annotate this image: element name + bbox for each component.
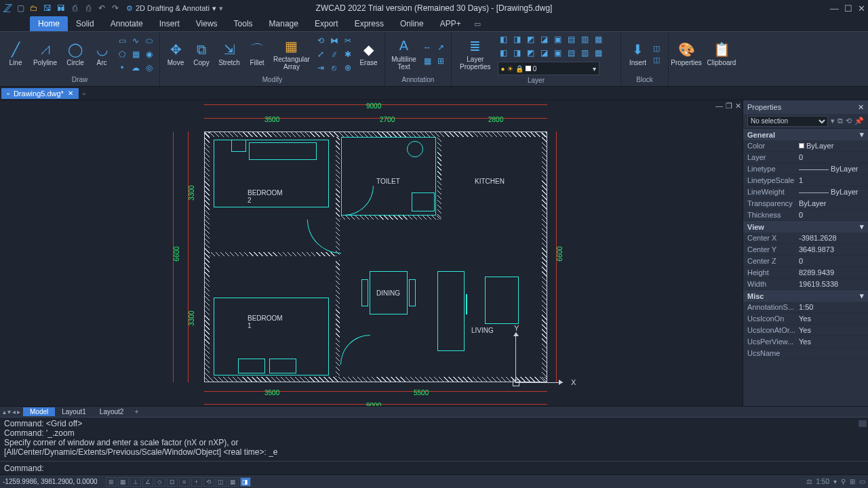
join-icon[interactable]: ⊕ — [342, 62, 354, 74]
layer-tool-icon[interactable]: ◧ — [498, 47, 510, 59]
layout-tab-2[interactable]: Layout2 — [93, 407, 131, 416]
prop-row[interactable]: UcsIconAtOr...Yes — [743, 325, 868, 336]
prop-row[interactable]: LinetypeScale1 — [743, 175, 868, 186]
ribbon-tab-annotate[interactable]: Annotate — [102, 16, 151, 31]
section-view[interactable]: View▾ — [743, 221, 868, 232]
prop-row[interactable]: Thickness0 — [743, 209, 868, 221]
properties-button[interactable]: 🎨Properties — [673, 40, 700, 68]
qp-toggle[interactable]: ▦ — [228, 477, 239, 487]
maximize-button[interactable]: ☐ — [844, 3, 852, 14]
move-button[interactable]: ✥Move — [164, 40, 187, 68]
prop-row[interactable]: TransparencyByLayer — [743, 198, 868, 209]
mtext-button[interactable]: AMultiline Text — [389, 37, 418, 72]
block-tool-icon[interactable]: ◫ — [653, 44, 660, 53]
layout-tab-1[interactable]: Layout1 — [55, 407, 93, 416]
workspace-selector[interactable]: ⚙ 2D Drafting & Annotati ▾ ▾ — [126, 4, 223, 13]
cycle-toggle[interactable]: ⟲ — [203, 477, 214, 487]
hatch-icon[interactable]: ▦ — [130, 48, 142, 60]
region-icon[interactable]: ◉ — [143, 48, 155, 60]
lwt-toggle[interactable]: ≡ — [179, 477, 190, 487]
scale-label[interactable]: 1:50 — [816, 478, 829, 485]
ribbon-tab-solid[interactable]: Solid — [68, 16, 102, 31]
prop-row[interactable]: Height8289.9439 — [743, 267, 868, 279]
undo-icon[interactable]: ↶ — [96, 3, 107, 14]
smartplot-icon[interactable]: ⎙ — [83, 3, 94, 14]
layer-tool-icon[interactable]: ▦ — [593, 33, 605, 45]
scrollbar[interactable] — [859, 420, 867, 427]
trim-icon[interactable]: ✂ — [342, 35, 354, 47]
copy-button[interactable]: ⧉Copy — [190, 40, 213, 68]
nav-prev-icon[interactable]: ◂ — [12, 408, 16, 415]
ribbon-tab-export[interactable]: Export — [307, 16, 347, 31]
model-toggle[interactable]: ◫ — [216, 477, 226, 487]
layer-tool-icon[interactable]: ▥ — [579, 33, 591, 45]
layer-tool-icon[interactable]: ▤ — [566, 33, 578, 45]
extend-icon[interactable]: ⇥ — [315, 62, 327, 74]
section-general[interactable]: General▾ — [743, 129, 868, 140]
clipboard-button[interactable]: 📋Clipboard — [708, 40, 735, 68]
prop-row[interactable]: UcsName — [743, 348, 868, 359]
offset-icon[interactable]: ⫽ — [328, 48, 340, 60]
layer-tool-icon[interactable]: ◧ — [498, 33, 510, 45]
layer-tool-icon[interactable]: ▣ — [552, 33, 564, 45]
prop-row[interactable]: Linetype———— ByLayer — [743, 163, 868, 175]
osnap-toggle[interactable]: ◇ — [155, 477, 165, 487]
ribbon-tab-online[interactable]: Online — [392, 16, 432, 31]
command-history[interactable]: Command: <Grid off> Command: '_.zoom Spe… — [0, 418, 868, 461]
erase-button[interactable]: ◆Erase — [357, 40, 380, 68]
mdi-minimize[interactable]: — — [715, 102, 723, 110]
workspace-icon[interactable]: ⊞ — [850, 478, 855, 485]
block-tool-icon[interactable]: ◫ — [653, 56, 660, 64]
donut-icon[interactable]: ◎ — [143, 62, 155, 74]
prop-row[interactable]: UcsIconOnYes — [743, 313, 868, 325]
mirror-icon[interactable]: ⧓ — [328, 35, 340, 47]
snap-toggle[interactable]: ⊞ — [106, 477, 117, 487]
grid-toggle[interactable]: ▦ — [118, 477, 129, 487]
prop-row[interactable]: Center X-3981.2628 — [743, 232, 868, 244]
field-icon[interactable]: ⊞ — [435, 55, 447, 67]
break-icon[interactable]: ⎋ — [328, 62, 340, 74]
pick-icon[interactable]: ▾ — [831, 117, 835, 125]
fillet-button[interactable]: ⌒Fillet — [245, 40, 269, 68]
ribbon-tab-tools[interactable]: Tools — [226, 16, 261, 31]
layer-tool-icon[interactable]: ▦ — [593, 47, 605, 59]
prop-row[interactable]: ColorByLayer — [743, 140, 868, 152]
ribbon-tab-manage[interactable]: Manage — [261, 16, 307, 31]
array-button[interactable]: ▦Rectangular Array — [271, 37, 312, 72]
command-input[interactable] — [44, 464, 864, 473]
ribbon-tab-home[interactable]: Home — [30, 16, 68, 31]
revcloud-icon[interactable]: ☁ — [130, 62, 142, 74]
nav-next-icon[interactable]: ▸ — [17, 408, 20, 415]
ribbon-tab-views[interactable]: Views — [188, 16, 226, 31]
coordinates[interactable]: -1259.9986, 3981.2900, 0.0000 — [3, 478, 98, 485]
ellipse-icon[interactable]: ⬭ — [143, 35, 155, 47]
mdi-close[interactable]: ✕ — [735, 102, 741, 110]
spline-icon[interactable]: ∿ — [130, 35, 142, 47]
layer-properties-button[interactable]: ≣Layer Properties — [456, 37, 495, 72]
point-icon[interactable]: • — [116, 62, 128, 74]
ribbon-tab-insert[interactable]: Insert — [151, 16, 188, 31]
minimize-button[interactable]: — — [830, 3, 839, 14]
nav-last-icon[interactable]: ▾ — [7, 408, 11, 415]
selection-combo[interactable]: No selection — [747, 116, 828, 127]
layer-tool-icon[interactable]: ◪ — [538, 33, 551, 45]
new-doc-icon[interactable]: ▫ — [83, 89, 85, 98]
layer-combo[interactable]: ● ☀ 🔒 0 ▾ — [498, 62, 599, 75]
prop-row[interactable]: Center Y3648.9873 — [743, 244, 868, 256]
close-panel-button[interactable]: ✕ — [858, 103, 864, 112]
insert-button[interactable]: ⬇Insert — [625, 40, 650, 68]
polygon-icon[interactable]: ⬠ — [116, 48, 128, 60]
new-icon[interactable]: ▢ — [15, 3, 26, 14]
polar-toggle[interactable]: ∠ — [142, 477, 153, 487]
prop-row[interactable]: Layer0 — [743, 152, 868, 163]
pin-icon[interactable]: 📌 — [854, 117, 864, 125]
anno-vis-icon[interactable]: ⚲ — [841, 478, 846, 485]
document-tab[interactable]: ▫ Drawing5.dwg* ✕ — [1, 88, 79, 99]
layer-tool-icon[interactable]: ◨ — [511, 47, 524, 59]
close-button[interactable]: ✕ — [858, 3, 865, 14]
toggle-icon[interactable]: ⟲ — [846, 117, 852, 125]
sc-toggle[interactable]: ◨ — [240, 477, 251, 487]
ribbon-extra-icon[interactable]: ▭ — [469, 16, 486, 31]
layer-tool-icon[interactable]: ▥ — [579, 47, 591, 59]
add-layout-button[interactable]: + — [130, 408, 142, 415]
